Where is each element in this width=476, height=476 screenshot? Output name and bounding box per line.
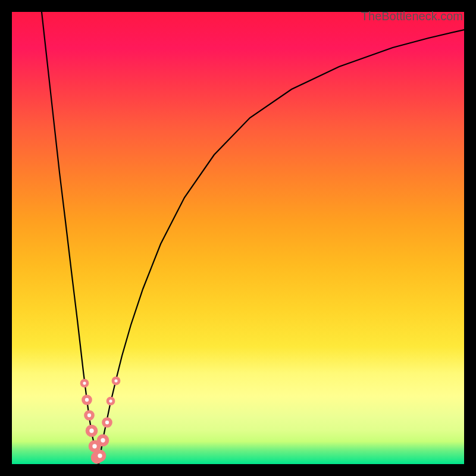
bottleneck-chart: TheBottleneck.com <box>0 0 476 476</box>
data-marker <box>99 436 107 444</box>
bottleneck-curve-right <box>99 30 464 464</box>
data-marker <box>104 419 111 426</box>
data-marker <box>82 380 87 386</box>
curve-svg <box>12 12 464 464</box>
data-marker <box>87 427 96 435</box>
data-marker <box>108 398 114 404</box>
data-marker <box>83 396 90 403</box>
chart-plot-area <box>12 12 464 464</box>
data-marker <box>86 412 93 419</box>
data-marker <box>113 378 119 384</box>
data-marker <box>90 442 99 450</box>
watermark-text: TheBottleneck.com <box>361 10 463 23</box>
data-marker <box>96 452 104 460</box>
